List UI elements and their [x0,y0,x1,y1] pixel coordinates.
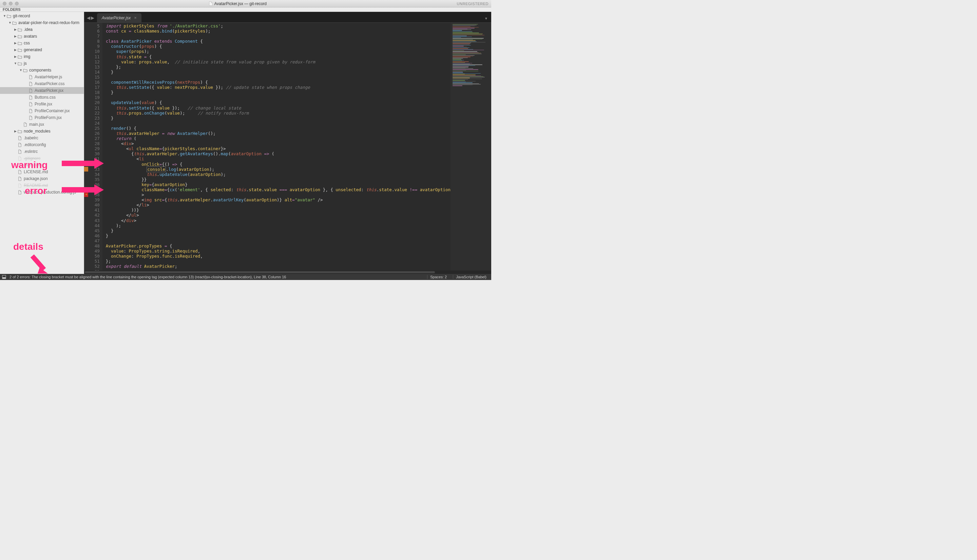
tree-item-label: git-record [13,13,30,18]
folder-components[interactable]: ▼components [0,67,84,73]
file-profile-jsx[interactable]: Profile.jsx [0,101,84,107]
svg-rect-1 [2,277,6,278]
folder-icon [17,34,22,39]
folder-icon [17,47,22,53]
tree-item-label: js [24,61,27,66]
code-editor[interactable]: import pickerStyles from './AvatarPicker… [102,23,451,270]
tree-item-label: .editorconfig [24,142,46,147]
tree-item-label: index.html [24,163,42,167]
folder-css[interactable]: ▶css [0,40,84,47]
disclosure-triangle-icon[interactable]: ▼ [13,62,17,65]
disclosure-triangle-icon[interactable]: ▶ [13,28,17,31]
disclosure-triangle-icon[interactable]: ▼ [19,68,23,72]
file-main-jsx[interactable]: main.jsx [0,121,84,128]
minimap[interactable] [451,23,491,270]
disclosure-triangle-icon[interactable]: ▶ [13,42,17,45]
file-icon [28,102,33,107]
folder-icon [17,27,22,32]
folder-img[interactable]: ▶img [0,53,84,60]
lint-error-message[interactable]: 2 of 2 errors: The closing bracket must … [10,275,286,279]
tree-item-label: css [24,41,30,45]
tab-bar: ◀ ▶ AvatarPicker.jsx × ▼ [84,12,491,23]
folder-icon [17,129,22,134]
file--babelrc[interactable]: .babelrc [0,135,84,142]
close-window-icon[interactable] [3,2,7,5]
panel-toggle-icon[interactable] [2,275,6,279]
file--editorconfig[interactable]: .editorconfig [0,142,84,148]
folder-node-modules[interactable]: ▶node_modules [0,128,84,135]
syntax-status[interactable]: JavaScript (Babel) [453,275,489,279]
tree-item-label: webpack.production.config.js [24,190,76,195]
disclosure-triangle-icon[interactable]: ▼ [3,14,7,18]
file-package-json[interactable]: package.json [0,175,84,182]
file-icon [17,183,22,188]
folder-generated[interactable]: ▶generated [0,47,84,53]
file-buttons-css[interactable]: Buttons.css [0,94,84,101]
tree-item-label: Buttons.css [35,95,56,100]
sidebar-header: Folders [0,7,491,12]
file-icon [17,163,22,168]
folder-sidebar[interactable]: ▼git-record▼avatar-picker-for-react-redu… [0,12,84,274]
lint-marker-gutter[interactable] [84,23,88,270]
folder--idea[interactable]: ▶.idea [0,26,84,33]
tree-item-label: avatar-picker-for-react-redux-form [18,20,79,25]
tree-item-label: avatars [24,34,37,38]
file-icon [209,2,213,6]
file-profileform-jsx[interactable]: ProfileForm.jsx [0,114,84,121]
file-index-html[interactable]: index.html [0,162,84,168]
unregistered-label: UNREGISTERED [457,2,489,6]
minimize-window-icon[interactable] [9,2,13,5]
zoom-window-icon[interactable] [15,2,18,5]
file-icon [17,156,22,161]
traffic-lights[interactable] [3,2,18,5]
file-license-md[interactable]: LICENSE.md [0,168,84,175]
tree-item-label: generated [24,47,42,52]
folder-avatar-picker-for-react-redux-form[interactable]: ▼avatar-picker-for-react-redux-form [0,19,84,26]
tree-item-label: .babelrc [24,136,38,140]
nav-forward-icon[interactable]: ▶ [91,15,94,20]
disclosure-triangle-icon[interactable]: ▶ [13,130,17,133]
disclosure-triangle-icon[interactable]: ▶ [13,55,17,58]
file-icon [28,115,33,120]
file--eslintrc[interactable]: .eslintrc [0,148,84,155]
tree-item-label: AvatarPicker.jsx [35,88,63,93]
file-profilecontainer-jsx[interactable]: ProfileContainer.jsx [0,107,84,114]
close-tab-icon[interactable]: × [134,15,137,20]
tree-item-label: main.jsx [29,122,44,127]
folder-avatars[interactable]: ▶avatars [0,33,84,40]
file-icon [28,88,33,93]
window-title: AvatarPicker.jsx — git-record [214,2,267,6]
horizontal-scrollbar[interactable] [84,270,491,274]
lint-warning-marker[interactable] [84,167,88,172]
folder-git-record[interactable]: ▼git-record [0,13,84,19]
file-icon [17,190,22,195]
disclosure-triangle-icon[interactable]: ▶ [13,48,17,52]
editor-area: ◀ ▶ AvatarPicker.jsx × ▼ 567891011121314… [84,12,491,274]
folder-icon [7,13,12,18]
line-number-gutter[interactable]: 5678910111213141516171819202122232425262… [88,23,102,270]
file-icon [17,136,22,141]
tree-item-label: components [29,68,51,73]
file-icon [23,122,28,127]
disclosure-triangle-icon[interactable]: ▶ [13,35,17,38]
tab-avatarpicker[interactable]: AvatarPicker.jsx × [97,13,142,22]
folder-js[interactable]: ▼js [0,60,84,67]
file-readme-md[interactable]: README.md [0,182,84,189]
file--gitignore[interactable]: .gitignore [0,155,84,162]
tree-item-label: package.json [24,176,48,181]
tab-overflow-icon[interactable]: ▼ [484,17,491,22]
file-icon [28,108,33,113]
file-webpack-production-config-js[interactable]: webpack.production.config.js [0,189,84,196]
indent-status[interactable]: Spaces: 2 [427,275,449,279]
tab-label: AvatarPicker.jsx [102,16,130,20]
nav-back-icon[interactable]: ◀ [87,15,90,20]
disclosure-triangle-icon[interactable]: ▼ [8,21,12,24]
tree-item-label: node_modules [24,129,50,133]
file-avatarpicker-css[interactable]: AvatarPicker.css [0,80,84,87]
tree-item-label: LICENSE.md [24,170,48,174]
file-avatarhelper-js[interactable]: AvatarHelper.js [0,73,84,80]
tree-item-label: img [24,54,30,59]
tree-item-label: .eslintrc [24,149,38,154]
folder-icon [17,61,22,66]
file-avatarpicker-jsx[interactable]: AvatarPicker.jsx [0,87,84,94]
